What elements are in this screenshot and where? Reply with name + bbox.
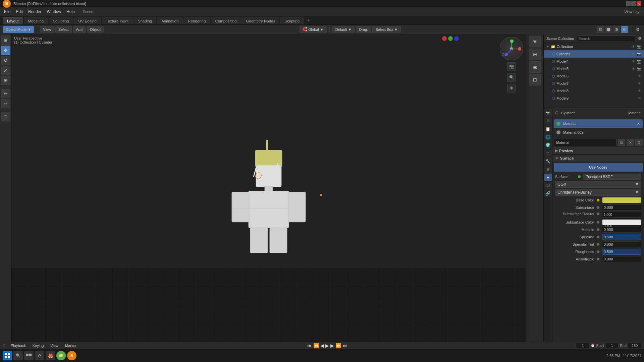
metallic-dot[interactable] [597,228,599,231]
output-props-icon[interactable]: 🖥 [544,117,552,125]
anisotropic-value[interactable]: 0.000 [602,256,641,262]
model4-render-icon[interactable]: 📷 [637,59,641,64]
outliner-item-collection[interactable]: ▼ 📁 Collection 👁 📷 [544,43,644,50]
modifiers-props-icon[interactable]: 🔧 [544,158,552,165]
tab-geometry-nodes[interactable]: Geometry Nodes [241,17,279,24]
play-btn[interactable]: ▶ [325,343,329,348]
playback-menu[interactable]: Playback [9,343,28,348]
model5-eye-icon[interactable]: 👁 [632,67,635,71]
folder-taskbar-btn[interactable]: 📁 [56,351,66,360]
menu-window[interactable]: Window [44,9,64,15]
material-copy-btn[interactable]: ⧉ [618,139,625,146]
move-tool[interactable]: ✥ [1,46,10,55]
subsurface-radius-dot[interactable] [597,213,599,215]
material-close-btn[interactable]: ✕ [627,139,634,146]
subsurface-color-dot[interactable] [597,221,599,224]
outliner-item-model7[interactable]: ⬡ Model7 👁 [544,80,644,87]
prev-keyframe-btn[interactable]: ◀ [320,343,324,348]
tab-animation[interactable]: Animation [157,17,183,24]
outliner-item-model4[interactable]: ⬡ Model4 👁 📷 [544,58,644,65]
add-workspace-button[interactable]: + [305,16,313,24]
view-layer-props-icon[interactable]: 📋 [544,125,552,133]
metallic-value[interactable]: 0.000 [602,227,641,233]
annotate-tool[interactable]: ✏ [1,89,10,98]
material-item-2[interactable]: Material.002 [554,128,643,137]
menu-file[interactable]: File [1,9,13,15]
specular-dot[interactable] [597,236,599,238]
scale-tool[interactable]: ⤢ [1,66,10,75]
close-button[interactable]: ✕ [637,1,641,6]
christensen-dropdown[interactable]: Christensen-Burley ▼ [555,189,641,196]
material-props-icon[interactable]: ● [544,174,552,181]
world-props-icon[interactable]: 🌍 [544,141,552,149]
drag-btn[interactable]: Drag: [356,26,371,33]
subsurface-color-swatch[interactable] [602,219,641,225]
tab-sculpting[interactable]: Sculpting [49,17,73,24]
subsurface-radius-x[interactable]: 1.000 [602,212,641,217]
model5-render-icon[interactable]: 📷 [637,67,641,71]
material-preview-btn[interactable]: ◑ [613,26,620,33]
solid-btn[interactable]: ⬤ [605,26,612,33]
cylinder-eye-icon[interactable]: 👁 [632,52,635,56]
menu-help[interactable]: Help [64,9,77,15]
options-btn[interactable]: ⚙ [634,26,641,33]
surface-section-header[interactable]: ▼ Surface [552,154,644,162]
object-mode-dropdown[interactable]: Object Mode ▼ [3,26,34,33]
orientation-btn[interactable]: Default ▼ [332,26,355,33]
rotate-tool[interactable]: ↺ [1,56,10,65]
preview-section-header[interactable]: ▶ Preview [552,147,644,154]
model6-eye-icon[interactable]: 👁 [638,74,641,78]
search-taskbar-btn[interactable]: 🔍 [13,351,23,360]
current-frame-input[interactable] [576,343,589,348]
cylinder-render-icon[interactable]: 📷 [637,52,641,56]
outliner-filter-icon[interactable]: ⚙ [638,36,641,41]
model7-eye-icon[interactable]: 👁 [638,81,641,85]
specular-tint-dot[interactable] [597,243,599,246]
scene-props-icon[interactable]: 🌐 [544,133,552,141]
subsurface-dot[interactable] [597,206,599,209]
specular-tint-value[interactable]: 0.000 [602,241,641,247]
constraints-props-icon[interactable]: 🔗 [544,190,552,197]
tab-scripting[interactable]: Scripting [280,17,304,24]
outliner-item-model6[interactable]: ⬡ Model6 👁 [544,72,644,80]
tab-uv-editing[interactable]: UV Editing [74,17,101,24]
model4-eye-icon[interactable]: 👁 [632,59,635,64]
add-cube-tool[interactable]: □ [1,112,10,121]
material-1-actions[interactable]: ✕ [637,122,640,126]
specular-value[interactable]: 0.500 [602,234,641,240]
camera-view-btn[interactable]: 📷 [507,62,516,71]
model8-eye-icon[interactable]: 👁 [638,89,641,93]
tab-shading[interactable]: Shading [133,17,156,24]
material-item-1[interactable]: Material ✕ [554,119,643,128]
cursor-tool[interactable]: ⊕ [1,36,10,45]
overlay-btn[interactable]: ◉ [529,61,541,73]
roughness-dot[interactable] [597,250,599,253]
next-frame-btn[interactable]: ⏩ [335,343,341,348]
outliner-item-model5[interactable]: ⬡ Model5 👁 📷 [544,65,644,72]
marker-menu[interactable]: Marker [63,343,78,348]
measure-tool[interactable]: ↔ [1,99,10,108]
data-props-icon[interactable]: ⬡ [544,182,552,189]
material-name-input[interactable] [554,139,616,146]
ggx-dropdown[interactable]: GGX ▼ [555,181,641,188]
transform-tool[interactable]: ⊞ [1,76,10,85]
rendered-btn[interactable]: ◐ [621,26,628,33]
anisotropic-dot[interactable] [597,258,599,260]
keying-menu[interactable]: Keying [31,343,46,348]
select-menu[interactable]: Select [55,26,72,33]
select-box-btn[interactable]: Select Box ▼ [372,26,400,33]
maximize-button[interactable]: □ [631,1,636,6]
base-color-swatch[interactable] [602,197,641,203]
base-color-dot[interactable] [597,199,599,201]
render-props-icon[interactable]: 📷 [544,109,552,117]
firefox-taskbar-btn[interactable]: 🦊 [46,351,55,360]
viewport[interactable]: User Perspective (1) Collection | Cylind… [11,34,526,342]
prev-frame-btn[interactable]: ⏪ [313,343,319,348]
collection-render-icon[interactable]: 📷 [637,45,641,49]
tab-compositing[interactable]: Compositing [211,17,241,24]
subsurface-value[interactable]: 0.000 [602,204,641,210]
particles-props-icon[interactable]: ⊕ [544,166,552,173]
view-menu[interactable]: View [40,26,54,33]
grid-btn[interactable]: ⊞ [529,49,541,60]
snap-global-btn[interactable]: 🧲 Global ▼ [300,26,327,33]
